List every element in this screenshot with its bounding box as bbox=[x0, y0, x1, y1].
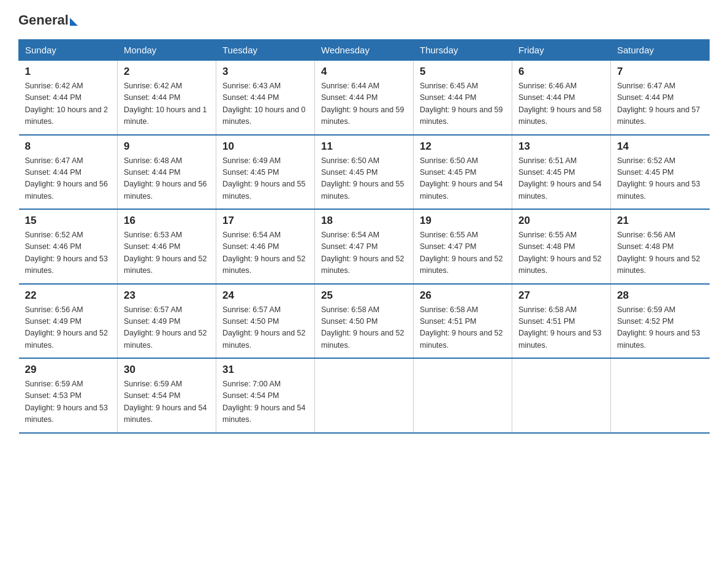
calendar-cell: 15Sunrise: 6:52 AMSunset: 4:46 PMDayligh… bbox=[19, 209, 118, 284]
day-number: 17 bbox=[222, 215, 308, 227]
day-info: Sunrise: 6:58 AMSunset: 4:50 PMDaylight:… bbox=[321, 304, 407, 352]
day-number: 10 bbox=[222, 140, 308, 153]
day-info: Sunrise: 6:55 AMSunset: 4:48 PMDaylight:… bbox=[518, 229, 604, 277]
day-number: 20 bbox=[518, 215, 604, 227]
calendar-week-row: 29Sunrise: 6:59 AMSunset: 4:53 PMDayligh… bbox=[19, 358, 710, 433]
day-info: Sunrise: 6:52 AMSunset: 4:45 PMDaylight:… bbox=[617, 155, 703, 203]
day-info: Sunrise: 6:55 AMSunset: 4:47 PMDaylight:… bbox=[420, 229, 506, 277]
day-info: Sunrise: 6:49 AMSunset: 4:45 PMDaylight:… bbox=[222, 155, 308, 203]
day-info: Sunrise: 6:56 AMSunset: 4:49 PMDaylight:… bbox=[25, 304, 112, 352]
day-number: 25 bbox=[321, 289, 407, 302]
calendar-week-row: 15Sunrise: 6:52 AMSunset: 4:46 PMDayligh… bbox=[19, 209, 710, 284]
day-info: Sunrise: 6:50 AMSunset: 4:45 PMDaylight:… bbox=[321, 155, 407, 203]
day-info: Sunrise: 6:43 AMSunset: 4:44 PMDaylight:… bbox=[222, 80, 308, 128]
day-info: Sunrise: 6:54 AMSunset: 4:46 PMDaylight:… bbox=[222, 229, 308, 277]
column-header-thursday: Thursday bbox=[414, 40, 512, 61]
calendar-cell: 27Sunrise: 6:58 AMSunset: 4:51 PMDayligh… bbox=[512, 284, 611, 359]
day-info: Sunrise: 6:46 AMSunset: 4:44 PMDaylight:… bbox=[518, 80, 604, 128]
day-number: 23 bbox=[124, 289, 210, 302]
column-header-saturday: Saturday bbox=[611, 40, 710, 61]
calendar-cell: 10Sunrise: 6:49 AMSunset: 4:45 PMDayligh… bbox=[216, 135, 315, 210]
day-number: 1 bbox=[25, 66, 112, 78]
calendar-cell: 30Sunrise: 6:59 AMSunset: 4:54 PMDayligh… bbox=[118, 358, 216, 433]
day-number: 13 bbox=[518, 140, 604, 153]
day-info: Sunrise: 6:50 AMSunset: 4:45 PMDaylight:… bbox=[420, 155, 506, 203]
calendar-cell: 3Sunrise: 6:43 AMSunset: 4:44 PMDaylight… bbox=[216, 61, 315, 135]
calendar-cell: 18Sunrise: 6:54 AMSunset: 4:47 PMDayligh… bbox=[315, 209, 414, 284]
day-number: 28 bbox=[617, 289, 703, 302]
day-number: 11 bbox=[321, 140, 407, 153]
calendar-cell bbox=[611, 358, 710, 433]
day-info: Sunrise: 6:57 AMSunset: 4:49 PMDaylight:… bbox=[124, 304, 210, 352]
calendar-cell: 6Sunrise: 6:46 AMSunset: 4:44 PMDaylight… bbox=[512, 61, 611, 135]
day-number: 8 bbox=[25, 140, 112, 153]
calendar-cell: 12Sunrise: 6:50 AMSunset: 4:45 PMDayligh… bbox=[414, 135, 512, 210]
calendar-cell: 24Sunrise: 6:57 AMSunset: 4:50 PMDayligh… bbox=[216, 284, 315, 359]
day-number: 2 bbox=[124, 66, 210, 78]
calendar-cell: 17Sunrise: 6:54 AMSunset: 4:46 PMDayligh… bbox=[216, 209, 315, 284]
day-number: 3 bbox=[222, 66, 308, 78]
calendar-cell: 31Sunrise: 7:00 AMSunset: 4:54 PMDayligh… bbox=[216, 358, 315, 433]
calendar-cell: 25Sunrise: 6:58 AMSunset: 4:50 PMDayligh… bbox=[315, 284, 414, 359]
day-number: 21 bbox=[617, 215, 703, 227]
day-number: 12 bbox=[420, 140, 506, 153]
day-info: Sunrise: 6:48 AMSunset: 4:44 PMDaylight:… bbox=[124, 155, 210, 203]
day-number: 24 bbox=[222, 289, 308, 302]
calendar-cell: 5Sunrise: 6:45 AMSunset: 4:44 PMDaylight… bbox=[414, 61, 512, 135]
calendar-cell bbox=[512, 358, 611, 433]
day-info: Sunrise: 6:59 AMSunset: 4:52 PMDaylight:… bbox=[617, 304, 703, 352]
day-number: 15 bbox=[25, 215, 112, 227]
day-number: 30 bbox=[124, 364, 210, 376]
column-header-wednesday: Wednesday bbox=[315, 40, 414, 61]
calendar-cell bbox=[414, 358, 512, 433]
day-info: Sunrise: 6:42 AMSunset: 4:44 PMDaylight:… bbox=[25, 80, 112, 128]
day-info: Sunrise: 6:47 AMSunset: 4:44 PMDaylight:… bbox=[25, 155, 112, 203]
day-info: Sunrise: 6:59 AMSunset: 4:54 PMDaylight:… bbox=[124, 378, 210, 426]
calendar-cell: 19Sunrise: 6:55 AMSunset: 4:47 PMDayligh… bbox=[414, 209, 512, 284]
calendar-header-row: SundayMondayTuesdayWednesdayThursdayFrid… bbox=[19, 40, 710, 61]
day-number: 18 bbox=[321, 215, 407, 227]
day-info: Sunrise: 6:53 AMSunset: 4:46 PMDaylight:… bbox=[124, 229, 210, 277]
logo: General bbox=[18, 12, 78, 28]
calendar-cell: 14Sunrise: 6:52 AMSunset: 4:45 PMDayligh… bbox=[611, 135, 710, 210]
calendar-cell bbox=[315, 358, 414, 433]
calendar-cell: 8Sunrise: 6:47 AMSunset: 4:44 PMDaylight… bbox=[19, 135, 118, 210]
day-info: Sunrise: 6:52 AMSunset: 4:46 PMDaylight:… bbox=[25, 229, 112, 277]
calendar-cell: 20Sunrise: 6:55 AMSunset: 4:48 PMDayligh… bbox=[512, 209, 611, 284]
logo-general-text: General bbox=[18, 12, 69, 28]
day-number: 19 bbox=[420, 215, 506, 227]
column-header-friday: Friday bbox=[512, 40, 611, 61]
calendar-week-row: 22Sunrise: 6:56 AMSunset: 4:49 PMDayligh… bbox=[19, 284, 710, 359]
day-number: 6 bbox=[518, 66, 604, 78]
day-number: 9 bbox=[124, 140, 210, 153]
day-info: Sunrise: 6:58 AMSunset: 4:51 PMDaylight:… bbox=[420, 304, 506, 352]
calendar-cell: 4Sunrise: 6:44 AMSunset: 4:44 PMDaylight… bbox=[315, 61, 414, 135]
day-info: Sunrise: 6:45 AMSunset: 4:44 PMDaylight:… bbox=[420, 80, 506, 128]
calendar-cell: 2Sunrise: 6:42 AMSunset: 4:44 PMDaylight… bbox=[118, 61, 216, 135]
calendar-cell: 9Sunrise: 6:48 AMSunset: 4:44 PMDaylight… bbox=[118, 135, 216, 210]
day-info: Sunrise: 6:44 AMSunset: 4:44 PMDaylight:… bbox=[321, 80, 407, 128]
calendar-cell: 1Sunrise: 6:42 AMSunset: 4:44 PMDaylight… bbox=[19, 61, 118, 135]
day-number: 4 bbox=[321, 66, 407, 78]
calendar-week-row: 8Sunrise: 6:47 AMSunset: 4:44 PMDaylight… bbox=[19, 135, 710, 210]
day-number: 14 bbox=[617, 140, 703, 153]
calendar-cell: 29Sunrise: 6:59 AMSunset: 4:53 PMDayligh… bbox=[19, 358, 118, 433]
calendar-cell: 28Sunrise: 6:59 AMSunset: 4:52 PMDayligh… bbox=[611, 284, 710, 359]
page-header: General bbox=[18, 12, 710, 28]
day-info: Sunrise: 7:00 AMSunset: 4:54 PMDaylight:… bbox=[222, 378, 308, 426]
calendar-cell: 22Sunrise: 6:56 AMSunset: 4:49 PMDayligh… bbox=[19, 284, 118, 359]
day-number: 22 bbox=[25, 289, 112, 302]
day-info: Sunrise: 6:42 AMSunset: 4:44 PMDaylight:… bbox=[124, 80, 210, 128]
day-number: 5 bbox=[420, 66, 506, 78]
calendar-cell: 13Sunrise: 6:51 AMSunset: 4:45 PMDayligh… bbox=[512, 135, 611, 210]
day-number: 7 bbox=[617, 66, 703, 78]
day-number: 31 bbox=[222, 364, 308, 376]
calendar-cell: 21Sunrise: 6:56 AMSunset: 4:48 PMDayligh… bbox=[611, 209, 710, 284]
calendar-table: SundayMondayTuesdayWednesdayThursdayFrid… bbox=[18, 39, 710, 434]
calendar-cell: 11Sunrise: 6:50 AMSunset: 4:45 PMDayligh… bbox=[315, 135, 414, 210]
calendar-cell: 16Sunrise: 6:53 AMSunset: 4:46 PMDayligh… bbox=[118, 209, 216, 284]
calendar-cell: 26Sunrise: 6:58 AMSunset: 4:51 PMDayligh… bbox=[414, 284, 512, 359]
day-info: Sunrise: 6:54 AMSunset: 4:47 PMDaylight:… bbox=[321, 229, 407, 277]
day-info: Sunrise: 6:57 AMSunset: 4:50 PMDaylight:… bbox=[222, 304, 308, 352]
day-info: Sunrise: 6:56 AMSunset: 4:48 PMDaylight:… bbox=[617, 229, 703, 277]
